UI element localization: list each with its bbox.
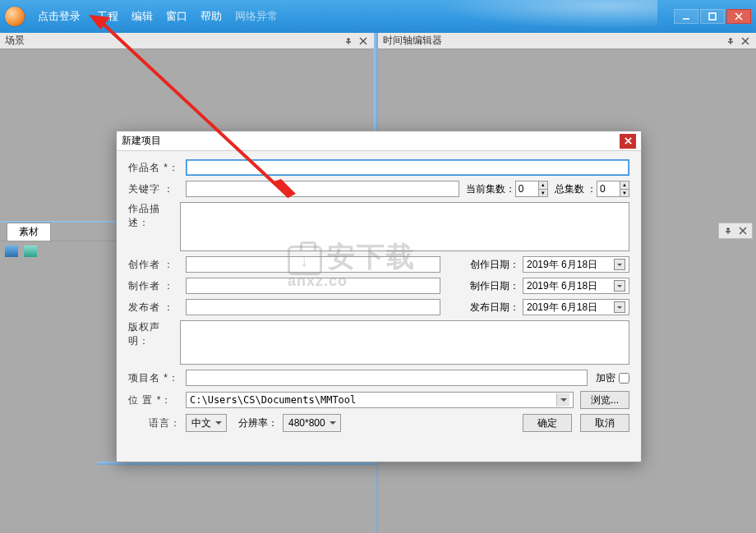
copyright-label: 版权声明： bbox=[128, 320, 180, 348]
desc-input[interactable] bbox=[180, 202, 629, 251]
resolution-label: 分辨率： bbox=[238, 416, 278, 430]
create-date-field[interactable]: 2019年 6月18日 bbox=[523, 256, 629, 273]
publisher-label: 发布者 ： bbox=[128, 301, 186, 315]
pin-icon[interactable] bbox=[725, 35, 736, 47]
total-ep-input[interactable] bbox=[597, 181, 620, 197]
panel-close-icon[interactable] bbox=[740, 35, 751, 47]
scene-title: 场景 bbox=[5, 34, 25, 48]
copyright-input[interactable] bbox=[180, 320, 629, 365]
encrypt-checkbox[interactable] bbox=[619, 373, 629, 384]
dialog-title: 新建项目 bbox=[122, 134, 161, 148]
dialog-titlebar: 新建项目 bbox=[117, 131, 641, 151]
producer-input[interactable] bbox=[186, 278, 440, 294]
scene-header: 场景 bbox=[0, 33, 374, 49]
menu-window[interactable]: 窗口 bbox=[166, 9, 187, 24]
spin-down-icon[interactable]: ▼ bbox=[538, 189, 548, 198]
resolution-select[interactable]: 480*800 bbox=[283, 414, 341, 432]
produce-date-field[interactable]: 2019年 6月18日 bbox=[523, 278, 629, 294]
timeline-header: 时间轴编辑器 bbox=[378, 33, 756, 49]
language-value: 中文 bbox=[191, 416, 211, 430]
close-button[interactable] bbox=[726, 9, 751, 24]
svg-rect-1 bbox=[709, 13, 716, 20]
cur-ep-label: 当前集数： bbox=[466, 182, 515, 196]
date-value: 2019年 6月18日 bbox=[527, 258, 597, 272]
dropdown-icon[interactable] bbox=[614, 301, 625, 313]
producer-label: 制作者 ： bbox=[128, 279, 186, 293]
language-select[interactable]: 中文 bbox=[186, 414, 227, 432]
project-name-label: 项目名 *： bbox=[128, 371, 186, 385]
titlebar: 点击登录 工程 编辑 窗口 帮助 网络异常 bbox=[0, 0, 756, 33]
publish-date-field[interactable]: 2019年 6月18日 bbox=[523, 299, 629, 315]
date-value: 2019年 6月18日 bbox=[527, 301, 597, 315]
menu-help[interactable]: 帮助 bbox=[201, 9, 222, 24]
work-name-label: 作品名 *： bbox=[128, 161, 186, 175]
dropdown-icon[interactable] bbox=[556, 393, 569, 407]
work-name-input[interactable] bbox=[186, 159, 629, 176]
language-label: 语言： bbox=[128, 416, 186, 430]
cur-ep-spin[interactable]: ▲▼ bbox=[515, 181, 548, 197]
minimize-button[interactable] bbox=[674, 9, 698, 24]
panel-close-icon[interactable] bbox=[357, 35, 369, 47]
spin-up-icon[interactable]: ▲ bbox=[538, 181, 548, 189]
location-value: C:\Users\CS\Documents\MMTool bbox=[190, 394, 356, 406]
create-date-label: 创作日期： bbox=[470, 258, 519, 272]
browse-button[interactable]: 浏览... bbox=[580, 391, 629, 409]
menu-project[interactable]: 工程 bbox=[97, 9, 118, 24]
window-controls bbox=[674, 9, 751, 24]
desc-label: 作品描述： bbox=[128, 202, 180, 230]
main-menu: 工程 编辑 窗口 帮助 网络异常 bbox=[97, 9, 278, 24]
thumb-icon[interactable] bbox=[24, 246, 37, 257]
publish-date-label: 发布日期： bbox=[470, 301, 519, 315]
material-tab[interactable]: 素材 bbox=[7, 223, 51, 241]
total-ep-spin[interactable]: ▲▼ bbox=[597, 181, 629, 197]
maximize-button[interactable] bbox=[700, 9, 725, 24]
location-combo[interactable]: C:\Users\CS\Documents\MMTool bbox=[186, 392, 574, 408]
pin-icon[interactable] bbox=[722, 225, 734, 237]
total-ep-label: 总集数 ： bbox=[555, 182, 597, 196]
keywords-label: 关键字 ： bbox=[128, 182, 186, 196]
project-name-input[interactable] bbox=[186, 370, 588, 386]
spin-down-icon[interactable]: ▼ bbox=[620, 189, 629, 198]
panel-close-icon[interactable] bbox=[737, 225, 749, 237]
produce-date-label: 制作日期： bbox=[470, 279, 519, 293]
dropdown-icon[interactable] bbox=[614, 280, 625, 292]
creator-input[interactable] bbox=[186, 256, 440, 273]
cur-ep-input[interactable] bbox=[515, 181, 538, 197]
resolution-value: 480*800 bbox=[288, 417, 325, 429]
spin-up-icon[interactable]: ▲ bbox=[620, 181, 629, 189]
net-status: 网络异常 bbox=[235, 9, 278, 24]
creator-label: 创作者 ： bbox=[128, 258, 186, 272]
thumb-icon[interactable] bbox=[5, 246, 18, 257]
publisher-input[interactable] bbox=[186, 299, 440, 315]
date-value: 2019年 6月18日 bbox=[527, 279, 597, 293]
main-area: 场景 素材 时间轴编辑器 bbox=[0, 33, 756, 533]
app-icon bbox=[5, 7, 25, 26]
pin-icon[interactable] bbox=[343, 35, 354, 47]
encrypt-label: 加密 bbox=[596, 371, 615, 385]
login-button[interactable]: 点击登录 bbox=[31, 6, 87, 27]
dialog-close-button[interactable] bbox=[620, 134, 636, 149]
menu-edit[interactable]: 编辑 bbox=[131, 9, 153, 24]
location-label: 位 置 *： bbox=[128, 393, 186, 407]
new-project-dialog: 新建项目 作品名 *： 关键字 ： 当前集数： ▲▼ 总集数 ： bbox=[116, 131, 642, 462]
keywords-input[interactable] bbox=[186, 181, 459, 197]
timeline-title: 时间轴编辑器 bbox=[383, 34, 442, 48]
ok-button[interactable]: 确定 bbox=[523, 414, 572, 432]
dropdown-icon[interactable] bbox=[614, 259, 625, 270]
cancel-button[interactable]: 取消 bbox=[580, 414, 629, 432]
